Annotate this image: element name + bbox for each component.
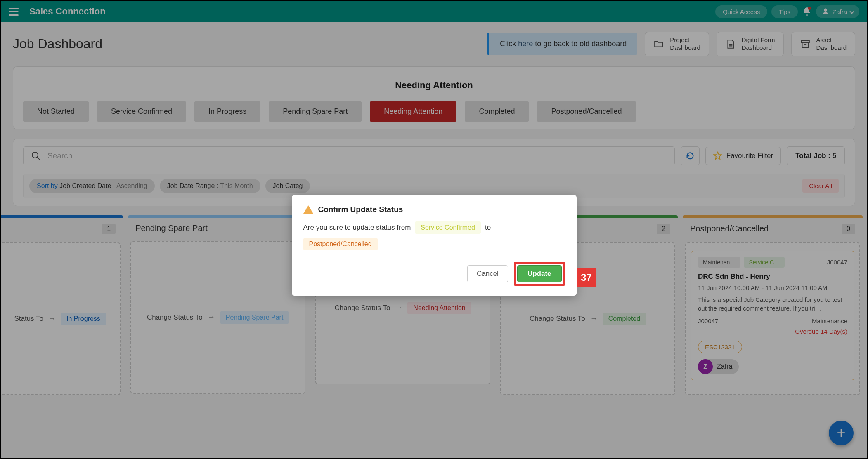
update-button[interactable]: Update: [517, 265, 562, 282]
modal-body: Are you sure to update status from Servi…: [303, 221, 565, 250]
modal-overlay: Confirm Update Status Are you sure to up…: [1, 1, 867, 458]
warning-icon: [303, 205, 313, 214]
to-status: Postponed/Cancelled: [303, 238, 378, 250]
step-number: 37: [577, 268, 596, 287]
cancel-button[interactable]: Cancel: [467, 265, 508, 282]
from-status: Service Confirmed: [415, 221, 481, 234]
confirm-update-modal: Confirm Update Status Are you sure to up…: [292, 195, 577, 296]
modal-title: Confirm Update Status: [318, 205, 403, 214]
highlight-box: Update: [514, 262, 565, 286]
